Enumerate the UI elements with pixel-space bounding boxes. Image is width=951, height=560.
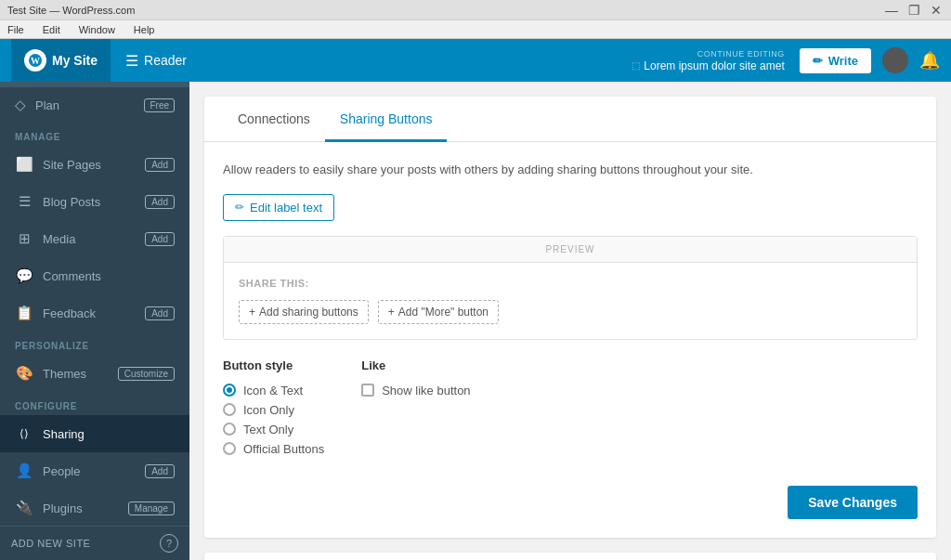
people-icon: 👤	[15, 462, 33, 480]
share-this-label: SHARE THIS:	[239, 278, 902, 289]
close-button[interactable]: ✕	[929, 3, 944, 18]
sidebar-item-plugins[interactable]: 🔌 Plugins Manage	[0, 489, 189, 527]
card-body: Allow readers to easily share your posts…	[204, 142, 936, 538]
avatar[interactable]	[882, 47, 908, 73]
sidebar-item-themes[interactable]: 🎨 Themes Customize	[0, 355, 189, 392]
feedback-add-button[interactable]: Add	[145, 306, 175, 320]
svg-text:W: W	[31, 56, 40, 66]
plan-label: Plan	[35, 98, 59, 112]
save-btn-row: Save Changes	[223, 478, 918, 519]
sidebar-item-blog-posts[interactable]: ☰ Blog Posts Add	[0, 183, 189, 220]
sidebar-item-feedback[interactable]: 📋 Feedback Add	[0, 294, 189, 332]
button-style-title: Button style	[223, 358, 324, 372]
edit-label-button[interactable]: ✏ Edit label text	[223, 194, 334, 221]
blog-posts-label: Blog Posts	[43, 195, 145, 209]
radio-icon-only[interactable]: Icon Only	[223, 403, 324, 417]
plan-icon: ◇	[15, 97, 26, 113]
add-more-label: Add "More" button	[398, 306, 489, 319]
continue-editing-area: CONTINUE EDITING ⬚ Lorem ipsum dolor sit…	[632, 49, 784, 72]
radio-btn-icon-text	[223, 384, 236, 397]
blog-posts-add-button[interactable]: Add	[145, 195, 175, 209]
pencil-icon: ✏	[813, 54, 823, 68]
my-site-label: My Site	[52, 53, 98, 68]
blog-posts-icon: ☰	[15, 192, 33, 211]
plugins-icon: 🔌	[15, 499, 33, 517]
media-icon: ⊞	[15, 229, 33, 248]
icon-only-label: Icon Only	[243, 403, 294, 417]
radio-btn-text-only	[223, 423, 236, 436]
radio-text-only[interactable]: Text Only	[223, 423, 324, 436]
media-add-button[interactable]: Add	[145, 232, 175, 246]
radio-icon-text[interactable]: Icon & Text	[223, 384, 324, 397]
personalize-section-label: Personalize	[0, 332, 189, 355]
notifications-bell-icon[interactable]: 🔔	[919, 50, 940, 71]
continue-editing-label: CONTINUE EDITING	[697, 49, 785, 59]
preview-container: PREVIEW SHARE THIS: + Add sharing button…	[223, 236, 918, 340]
reader-label: Reader	[144, 53, 187, 68]
reader-icon: ☰	[125, 52, 138, 70]
themes-customize-button[interactable]: Customize	[118, 367, 175, 381]
feedback-label: Feedback	[43, 306, 145, 320]
add-more-button[interactable]: + Add "More" button	[378, 300, 499, 324]
button-style-group: Button style Icon & Text Icon Only	[223, 358, 324, 456]
sharing-label: Sharing	[43, 427, 175, 441]
themes-label: Themes	[43, 367, 118, 381]
save-changes-button[interactable]: Save Changes	[788, 486, 918, 519]
tab-sharing-buttons[interactable]: Sharing Buttons	[325, 97, 448, 142]
feedback-icon: 📋	[15, 304, 33, 322]
add-sharing-buttons-button[interactable]: + Add sharing buttons	[239, 300, 369, 324]
options-row: Button style Icon & Text Icon Only	[223, 358, 918, 456]
site-pages-add-button[interactable]: Add	[145, 158, 175, 172]
site-pages-label: Site Pages	[43, 158, 145, 172]
plugins-label: Plugins	[43, 501, 128, 515]
my-site-nav[interactable]: W My Site	[11, 39, 111, 82]
tab-connections[interactable]: Connections	[223, 97, 325, 142]
people-label: People	[43, 464, 145, 478]
menu-help[interactable]: Help	[130, 22, 159, 37]
checkbox-show-like	[361, 384, 374, 397]
add-new-site-link[interactable]: ADD NEW SITE	[11, 538, 90, 549]
reader-nav[interactable]: ☰ Reader	[111, 39, 202, 82]
radio-btn-official	[223, 442, 236, 455]
radio-official[interactable]: Official Buttons	[223, 442, 324, 456]
sidebar: ◇ Plan Free Manage ⬜ Site Pages Add ☰ Bl…	[0, 82, 189, 560]
sidebar-item-sharing[interactable]: ⟨⟩ Sharing	[0, 415, 189, 452]
write-button[interactable]: ✏ Write	[800, 48, 871, 73]
text-only-label: Text Only	[243, 423, 293, 436]
preview-header: PREVIEW	[224, 237, 917, 263]
share-buttons-row: + Add sharing buttons + Add "More" butto…	[239, 300, 902, 324]
menu-window[interactable]: Window	[75, 22, 119, 37]
like-group: Like Show like button	[361, 358, 470, 456]
main-layout: ◇ Plan Free Manage ⬜ Site Pages Add ☰ Bl…	[0, 82, 951, 560]
options-card-body: Options Show sharing buttons on	[204, 553, 936, 561]
media-label: Media	[43, 232, 145, 246]
site-pages-icon: ⬜	[15, 155, 33, 174]
sidebar-item-site-pages[interactable]: ⬜ Site Pages Add	[0, 146, 189, 183]
preview-body: SHARE THIS: + Add sharing buttons + Add …	[224, 263, 917, 339]
sidebar-item-media[interactable]: ⊞ Media Add	[0, 220, 189, 257]
wordpress-logo: W	[24, 49, 46, 72]
comments-label: Comments	[43, 269, 175, 283]
plan-badge: Free	[144, 98, 175, 112]
show-like-button-checkbox[interactable]: Show like button	[361, 384, 470, 397]
sharing-description: Allow readers to easily share your posts…	[223, 161, 918, 179]
sidebar-plan: ◇ Plan Free	[0, 87, 189, 123]
sidebar-item-comments[interactable]: 💬 Comments	[0, 257, 189, 294]
plugins-manage-button[interactable]: Manage	[128, 501, 175, 515]
comments-icon: 💬	[15, 267, 33, 285]
menu-edit[interactable]: Edit	[39, 22, 64, 37]
menu-bar: File Edit Window Help	[0, 20, 951, 39]
help-button[interactable]: ?	[160, 534, 178, 553]
continue-editing-title: ⬚ Lorem ipsum dolor site amet	[632, 59, 784, 72]
window-title: Test Site — WordPress.com	[7, 5, 135, 16]
maximize-button[interactable]: ❐	[906, 3, 921, 18]
minimize-button[interactable]: —	[884, 3, 899, 18]
options-card: Options Show sharing buttons on	[204, 553, 936, 561]
menu-file[interactable]: File	[4, 22, 28, 37]
sidebar-item-people[interactable]: 👤 People Add	[0, 452, 189, 489]
people-add-button[interactable]: Add	[145, 464, 175, 478]
plus-icon: +	[249, 306, 255, 319]
themes-icon: 🎨	[15, 364, 33, 383]
content-area: Connections Sharing Buttons Allow reader…	[189, 82, 951, 560]
sharing-card: Connections Sharing Buttons Allow reader…	[204, 97, 936, 538]
